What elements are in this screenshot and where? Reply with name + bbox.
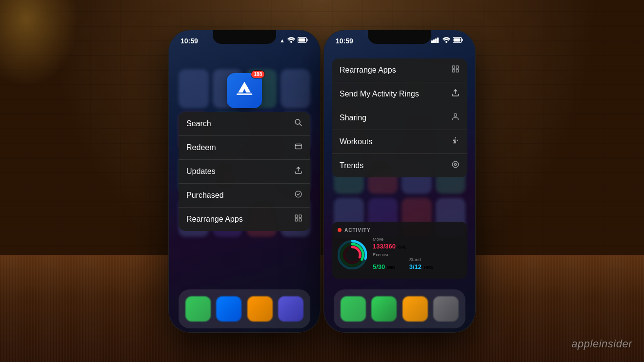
menu-item-redeem[interactable]: Redeem — [179, 136, 310, 160]
svg-rect-13 — [431, 40, 433, 43]
purchased-icon — [294, 190, 302, 201]
menu-item-workouts[interactable]: Workouts — [332, 130, 467, 154]
dock-icon-2[interactable] — [216, 296, 242, 322]
stand-label: Stand — [409, 257, 433, 262]
svg-rect-10 — [299, 215, 302, 217]
move-label: Move — [373, 237, 462, 242]
dock-right — [334, 289, 465, 328]
app-store-logo — [234, 80, 255, 101]
time-right: 10:59 — [336, 37, 353, 45]
exercise-label: Exercise — [373, 252, 462, 257]
svg-rect-16 — [437, 38, 439, 43]
svg-point-26 — [454, 114, 457, 116]
svg-rect-11 — [295, 218, 298, 221]
svg-rect-22 — [456, 66, 459, 68]
menu-item-search[interactable]: Search — [179, 112, 310, 136]
left-phone: 10:59 ▲ — [169, 30, 320, 332]
menu-item-sharing[interactable]: Sharing — [332, 106, 467, 130]
menu-item-trends[interactable]: Trends — [332, 154, 467, 177]
signal-icon-right — [431, 37, 440, 44]
watermark: appleinsider — [571, 338, 632, 350]
activity-title: ACTIVITY — [344, 228, 371, 233]
menu-item-rearrange-right[interactable]: Rearrange Apps — [332, 58, 467, 82]
menu-item-updates[interactable]: Updates — [179, 160, 310, 184]
menu-rearrange-label: Rearrange Apps — [186, 215, 243, 224]
activity-content: Move 133/360 CAL Exercise 5/30 MIN — [338, 237, 462, 273]
phones-container: 10:59 ▲ — [0, 0, 644, 362]
svg-point-0 — [290, 41, 292, 43]
left-menu-panel: Search Redeem — [179, 112, 310, 231]
svg-rect-24 — [456, 69, 459, 72]
exercise-unit: MIN — [387, 265, 396, 270]
dock-right-icon-2[interactable] — [371, 296, 397, 322]
menu-send-rings-label: Send My Activity Rings — [340, 90, 419, 98]
svg-rect-23 — [452, 69, 455, 72]
svg-rect-3 — [299, 38, 305, 41]
move-unit: CAL — [398, 245, 407, 249]
app-store-icon[interactable]: 188 — [227, 73, 262, 108]
notch-right — [368, 30, 431, 44]
activity-dot — [338, 228, 342, 232]
menu-item-send-rings[interactable]: Send My Activity Rings — [332, 82, 467, 106]
dock-right-icon-3[interactable] — [402, 296, 428, 322]
svg-point-28 — [452, 161, 459, 168]
exercise-value: 5/30 — [373, 263, 385, 270]
stand-unit: HRS — [423, 265, 433, 270]
activity-header: ACTIVITY — [338, 228, 462, 233]
status-icons-left: ▲ — [280, 37, 308, 44]
app-badge: 188 — [251, 70, 265, 78]
menu-sharing-label: Sharing — [340, 114, 366, 122]
context-menu-right: Rearrange Apps Send My Activity Rings — [332, 58, 467, 177]
menu-redeem-label: Redeem — [186, 143, 216, 152]
right-phone: 10:59 ▲ — [324, 30, 475, 332]
svg-point-29 — [454, 163, 456, 165]
svg-rect-12 — [299, 218, 302, 221]
battery-icon-right — [453, 37, 463, 44]
right-phone-screen: 10:59 ▲ — [324, 30, 475, 332]
menu-updates-label: Updates — [186, 167, 216, 176]
svg-rect-20 — [454, 38, 461, 41]
send-rings-icon — [451, 89, 460, 99]
rearrange-icon — [294, 214, 302, 225]
right-menu-panel: Rearrange Apps Send My Activity Rings — [332, 58, 467, 177]
updates-icon — [294, 166, 302, 177]
svg-rect-14 — [433, 39, 435, 43]
battery-icon-left — [298, 37, 308, 44]
dock-icon-4[interactable] — [278, 296, 303, 322]
menu-item-purchased[interactable]: Purchased — [179, 184, 310, 208]
menu-trends-label: Trends — [340, 161, 363, 170]
search-icon — [294, 118, 302, 129]
redeem-icon — [294, 142, 302, 153]
svg-rect-15 — [435, 38, 437, 43]
move-stat: Move 133/360 CAL — [373, 237, 462, 250]
menu-purchased-label: Purchased — [186, 191, 224, 200]
wifi-icon-right — [443, 37, 450, 44]
activity-rings — [338, 240, 367, 269]
svg-rect-6 — [295, 144, 302, 149]
exercise-stat: Exercise 5/30 MIN Stand 3/12 HRS — [373, 252, 462, 271]
svg-point-4 — [295, 119, 300, 124]
activity-widget[interactable]: ACTIVITY — [332, 222, 467, 279]
dock-right-icon-1[interactable] — [341, 296, 366, 322]
svg-rect-9 — [295, 215, 298, 217]
location-icon-left: ▲ — [280, 38, 285, 43]
svg-point-8 — [295, 191, 302, 197]
stand-value: 3/12 — [409, 263, 422, 270]
activity-stats: Move 133/360 CAL Exercise 5/30 MIN — [373, 237, 462, 273]
workouts-icon — [451, 136, 460, 147]
time-left: 10:59 — [181, 37, 198, 45]
menu-item-rearrange[interactable]: Rearrange Apps — [179, 208, 310, 231]
trends-icon — [451, 160, 460, 171]
menu-rearrange-right-label: Rearrange Apps — [340, 66, 396, 75]
dock-icon-1[interactable] — [185, 296, 211, 322]
notch-left — [213, 30, 276, 44]
svg-rect-19 — [462, 38, 463, 41]
svg-line-5 — [300, 123, 302, 126]
menu-search-label: Search — [186, 119, 211, 128]
svg-point-17 — [445, 41, 447, 43]
dock-right-icon-4[interactable] — [433, 296, 459, 322]
dock-icon-3[interactable] — [247, 296, 273, 322]
menu-workouts-label: Workouts — [340, 137, 372, 146]
svg-rect-21 — [452, 66, 455, 68]
context-menu-left: 188 Search Redeem — [179, 73, 310, 231]
